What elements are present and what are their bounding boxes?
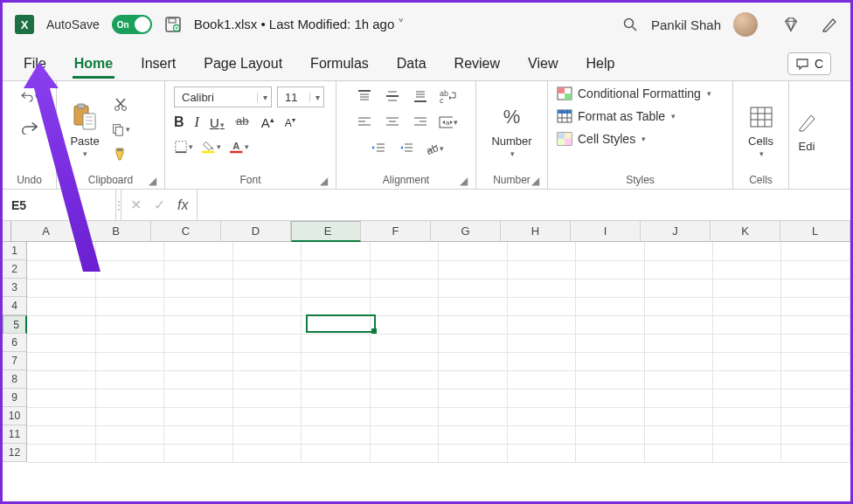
cancel-icon[interactable]: ✕: [130, 197, 142, 213]
row-header[interactable]: 6: [3, 334, 27, 352]
cell[interactable]: [232, 407, 301, 425]
cell[interactable]: [27, 425, 95, 444]
cell[interactable]: [232, 297, 301, 315]
cell[interactable]: [95, 260, 163, 279]
cell[interactable]: [507, 389, 575, 407]
cell[interactable]: [644, 297, 712, 315]
cell[interactable]: [232, 315, 301, 334]
column-header[interactable]: D: [221, 221, 291, 242]
tab-data[interactable]: Data: [395, 49, 428, 79]
select-all-corner[interactable]: [3, 221, 11, 242]
cell[interactable]: [713, 370, 781, 389]
column-header[interactable]: A: [11, 221, 81, 242]
cell[interactable]: [644, 444, 712, 462]
cell[interactable]: [781, 389, 850, 407]
cell[interactable]: [232, 260, 301, 279]
cell[interactable]: [95, 352, 163, 370]
cell[interactable]: [95, 279, 163, 297]
cell[interactable]: [507, 425, 575, 444]
cell[interactable]: [370, 389, 438, 407]
row-header[interactable]: 7: [3, 352, 27, 370]
cell[interactable]: [164, 425, 232, 444]
column-header[interactable]: C: [151, 221, 221, 242]
paste-button[interactable]: Paste ▾: [66, 100, 104, 160]
cell[interactable]: [302, 260, 370, 279]
merge-center-icon[interactable]: a▾: [439, 113, 458, 132]
cell[interactable]: [95, 370, 163, 389]
cell[interactable]: [713, 389, 781, 407]
cell[interactable]: [781, 297, 850, 315]
cell[interactable]: [232, 425, 301, 444]
cell[interactable]: [370, 315, 438, 334]
cell[interactable]: [302, 444, 370, 462]
row-header[interactable]: 11: [3, 425, 27, 444]
underline-button[interactable]: U▾: [210, 115, 225, 130]
cell[interactable]: [370, 370, 438, 389]
cell[interactable]: [439, 260, 507, 279]
formula-input[interactable]: [198, 190, 850, 220]
column-header[interactable]: K: [711, 221, 780, 242]
cell[interactable]: [232, 370, 301, 389]
cell[interactable]: [713, 279, 781, 297]
cell[interactable]: [370, 260, 438, 279]
row-header[interactable]: 3: [3, 279, 27, 297]
cell[interactable]: [644, 370, 712, 389]
cell[interactable]: [439, 297, 507, 315]
cell[interactable]: [164, 279, 232, 297]
cell[interactable]: [439, 389, 507, 407]
cell[interactable]: [644, 407, 712, 425]
cell[interactable]: [576, 260, 644, 279]
cell[interactable]: [302, 407, 370, 425]
cell[interactable]: [164, 315, 232, 334]
cell[interactable]: [370, 242, 438, 260]
tab-formulas[interactable]: Formulas: [309, 49, 371, 79]
conditional-formatting-button[interactable]: Conditional Formatting▾: [557, 86, 711, 100]
cells-button[interactable]: Cells ▾: [742, 100, 780, 160]
cell[interactable]: [95, 389, 163, 407]
cell[interactable]: [27, 370, 95, 389]
shrink-font-icon[interactable]: A▾: [285, 116, 295, 129]
chevron-down-icon[interactable]: ▾: [70, 201, 74, 210]
cell[interactable]: [164, 260, 232, 279]
fx-icon[interactable]: fx: [177, 197, 188, 213]
cell[interactable]: [232, 279, 301, 297]
cell[interactable]: [644, 315, 712, 334]
cell[interactable]: [439, 334, 507, 352]
orientation-icon[interactable]: ab▾: [425, 139, 444, 158]
column-header[interactable]: G: [431, 221, 501, 242]
cell[interactable]: [507, 242, 575, 260]
enter-icon[interactable]: ✓: [154, 197, 165, 213]
cell[interactable]: [232, 444, 301, 462]
align-bottom-icon[interactable]: [411, 86, 430, 106]
cell[interactable]: [713, 242, 781, 260]
spreadsheet-grid[interactable]: ABCDEFGHIJKL 123456789101112: [3, 221, 850, 463]
grow-font-icon[interactable]: A▴: [261, 115, 274, 130]
cell[interactable]: [507, 444, 575, 462]
cell[interactable]: [302, 370, 370, 389]
italic-button[interactable]: I: [195, 114, 199, 130]
cell[interactable]: [781, 352, 850, 370]
cell[interactable]: [302, 425, 370, 444]
redo-icon[interactable]: [20, 118, 39, 137]
dialog-launcher-icon[interactable]: ◢: [320, 175, 332, 187]
cell[interactable]: [576, 315, 644, 334]
row-header[interactable]: 12: [3, 444, 27, 462]
row-header[interactable]: 8: [3, 370, 27, 389]
cell[interactable]: [713, 425, 781, 444]
cell[interactable]: [713, 315, 781, 334]
column-header[interactable]: B: [81, 221, 151, 242]
avatar[interactable]: [733, 12, 758, 37]
cell[interactable]: [232, 334, 301, 352]
cell[interactable]: [95, 334, 163, 352]
cell[interactable]: [370, 297, 438, 315]
cell[interactable]: [713, 407, 781, 425]
cell[interactable]: [713, 334, 781, 352]
cell[interactable]: [27, 444, 95, 462]
cell[interactable]: [164, 334, 232, 352]
cell[interactable]: [27, 260, 95, 279]
cell[interactable]: [164, 370, 232, 389]
cell[interactable]: [95, 407, 163, 425]
align-right-icon[interactable]: [411, 113, 430, 132]
cell[interactable]: [439, 352, 507, 370]
cell[interactable]: [781, 242, 850, 260]
